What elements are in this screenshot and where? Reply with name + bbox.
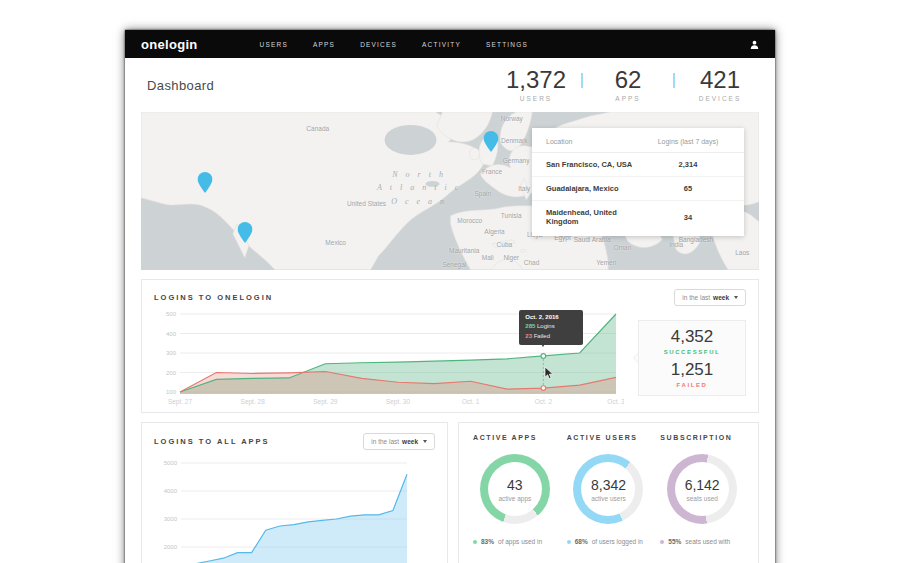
map-label-cuba: Cuba <box>497 240 513 247</box>
donut-value: 8,342 <box>591 477 626 493</box>
world-map[interactable]: N o r t hA t l a n t i cO c e a n Canada… <box>141 112 759 270</box>
stat-label: DEVICES <box>689 95 751 102</box>
top-navbar: onelogin USERSAPPSDEVICESACTIVITYSETTING… <box>125 30 775 58</box>
col-location: Location <box>546 138 646 145</box>
map-label-denmark: Denmark <box>501 136 527 143</box>
usage-section-title: ACTIVE APPS <box>473 434 557 441</box>
map-label-niger: Niger <box>503 254 519 261</box>
map-label-morocco: Morocco <box>457 217 482 224</box>
location-row: Maidenhead, United Kingdom34 <box>532 201 744 233</box>
map-label-algeria: Algeria <box>484 227 504 234</box>
usage-stats-card: ACTIVE APPS43active apps83% of apps used… <box>458 422 759 563</box>
location-logins: 2,314 <box>646 160 730 169</box>
stat-value: 421 <box>689 68 751 92</box>
svg-text:3000: 3000 <box>164 516 178 522</box>
svg-text:2000: 2000 <box>164 544 178 550</box>
svg-text:100: 100 <box>166 389 177 395</box>
col-logins: Logins (last 7 days) <box>646 138 730 145</box>
stat-value: 1,372 <box>505 68 567 92</box>
apps-range-dropdown[interactable]: in the last week <box>363 433 435 450</box>
stat-label: USERS <box>505 95 567 102</box>
donut-chart: 8,342active users <box>573 454 643 524</box>
location-row: San Francisco, CA, USA2,314 <box>532 153 744 177</box>
svg-text:Sept. 27: Sept. 27 <box>168 398 193 406</box>
logins-to-all-apps-card: LOGINS TO ALL APPS in the last week 1000… <box>141 422 448 563</box>
nav-item-users[interactable]: USERS <box>260 41 288 48</box>
map-label-mali: Mali <box>482 254 494 261</box>
location-name: San Francisco, CA, USA <box>546 160 646 169</box>
map-pin[interactable] <box>483 131 498 156</box>
usage-section-title: ACTIVE USERS <box>567 434 651 441</box>
map-pin[interactable] <box>237 222 252 247</box>
donut-chart: 43active apps <box>480 454 550 524</box>
page-title: Dashboard <box>147 78 214 93</box>
app-window: onelogin USERSAPPSDEVICESACTIVITYSETTING… <box>125 30 775 563</box>
usage-section-subscription: SUBSCRIPTION6,142seats used55% seats use… <box>660 434 744 545</box>
map-label-chad: Chad <box>524 259 540 266</box>
map-label-bangladesh: Bangladesh <box>679 236 713 243</box>
donut-sublabel: active users <box>591 495 626 502</box>
stat-devices: 421DEVICES <box>689 68 751 102</box>
usage-footnote: 68% of users logged in <box>567 538 651 545</box>
svg-text:Oct. 1: Oct. 1 <box>462 398 480 405</box>
ocean-label: N o r t hA t l a n t i cO c e a n <box>377 167 461 208</box>
svg-text:Sept. 29: Sept. 29 <box>313 398 338 406</box>
map-label-united-states: United States <box>347 199 386 206</box>
onelogin-logo: onelogin <box>141 37 198 52</box>
nav-item-apps[interactable]: APPS <box>313 41 335 48</box>
map-label-mexico: Mexico <box>325 238 346 245</box>
dropdown-prefix: in the last <box>371 438 399 445</box>
usage-section-active-apps: ACTIVE APPS43active apps83% of apps used… <box>473 434 557 545</box>
svg-text:500: 500 <box>166 311 177 317</box>
map-label-mauritania: Mauritania <box>449 247 479 254</box>
successful-count: 4,352 <box>671 328 714 347</box>
donut-center: 6,142seats used <box>675 462 729 516</box>
dashboard-header: Dashboard 1,372USERS62APPS421DEVICES <box>125 58 775 112</box>
map-label-oman: Oman <box>614 244 632 251</box>
map-label-spain: Spain <box>474 190 491 197</box>
nav-item-devices[interactable]: DEVICES <box>360 41 397 48</box>
location-name: Guadalajara, Mexico <box>546 184 646 193</box>
donut-sublabel: seats used <box>686 495 717 502</box>
locations-panel: Location Logins (last 7 days) San Franci… <box>532 128 744 236</box>
stat-users: 1,372USERS <box>505 68 567 102</box>
donut-value: 43 <box>507 477 523 493</box>
nav-item-activity[interactable]: ACTIVITY <box>422 41 461 48</box>
svg-text:Oct. 3: Oct. 3 <box>607 398 624 405</box>
svg-text:Sept. 30: Sept. 30 <box>386 398 411 406</box>
user-icon[interactable] <box>750 35 759 53</box>
donut-sublabel: active apps <box>498 495 531 502</box>
dropdown-value: week <box>402 438 418 445</box>
location-name: Maidenhead, United Kingdom <box>546 208 646 226</box>
chevron-down-icon <box>423 440 427 443</box>
location-logins: 34 <box>646 213 730 222</box>
chevron-down-icon <box>734 296 738 299</box>
logins-range-dropdown[interactable]: in the last week <box>674 289 746 306</box>
svg-text:400: 400 <box>166 331 177 337</box>
svg-text:Oct. 2: Oct. 2 <box>535 398 553 405</box>
usage-section-title: SUBSCRIPTION <box>660 434 744 441</box>
map-label-canada: Canada <box>306 124 329 131</box>
stat-separator <box>581 73 583 88</box>
footnote-dot <box>567 540 571 544</box>
failed-label: FAILED <box>677 382 708 388</box>
map-label-saudi-arabia: Saudi Arabia <box>574 236 611 243</box>
map-label-yemen: Yemen <box>596 259 616 266</box>
map-pin[interactable] <box>197 172 212 197</box>
logins-panel-title: LOGINS TO ONELOGIN <box>154 293 273 302</box>
usage-footnote: 83% of apps used in <box>473 538 557 545</box>
logins-summary-box: 4,352 SUCCESSFUL 1,251 FAILED <box>638 320 746 396</box>
usage-section-active-users: ACTIVE USERS8,342active users68% of user… <box>567 434 651 545</box>
map-label-france: France <box>482 168 502 175</box>
logins-area-chart[interactable]: Oct. 2, 2016 285 Logins 23 Failed 100200… <box>154 309 624 407</box>
nav-item-settings[interactable]: SETTINGS <box>486 41 528 48</box>
location-logins: 65 <box>646 184 730 193</box>
svg-text:300: 300 <box>166 350 177 356</box>
usage-footnote: 55% seats used with <box>660 538 744 545</box>
dropdown-prefix: in the last <box>682 294 710 301</box>
svg-text:5000: 5000 <box>164 460 178 466</box>
map-label-senegal: Senegal <box>442 260 466 267</box>
footnote-dot <box>660 540 664 544</box>
apps-area-chart[interactable]: 10002000300040005000 <box>154 457 411 563</box>
footnote-dot <box>473 540 477 544</box>
